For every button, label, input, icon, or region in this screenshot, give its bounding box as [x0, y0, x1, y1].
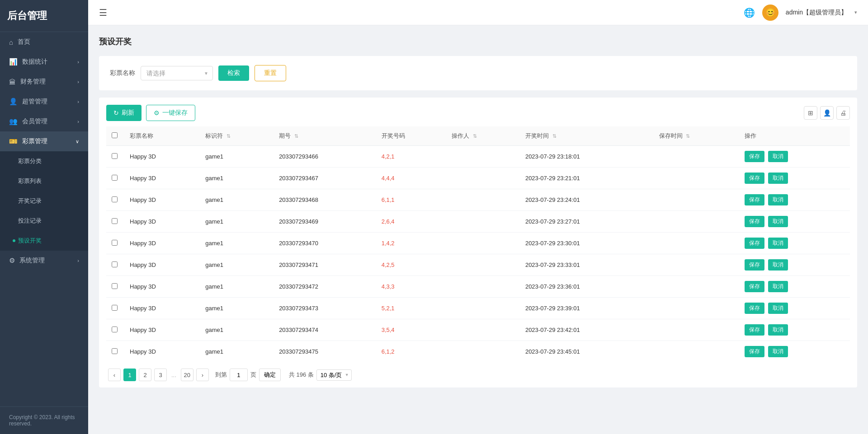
sidebar-label-lottery-list: 彩票列表 — [18, 177, 42, 185]
row-name-0: Happy 3D — [124, 146, 200, 168]
save-row-btn-6[interactable]: 保存 — [745, 281, 764, 292]
sidebar-item-preset-draw[interactable]: 预设开奖 — [0, 231, 88, 251]
pagination: ‹ 1 2 3 ... 20 › 到第 页 确定 共 196 条 10 条/页 … — [106, 362, 850, 384]
sidebar-item-finance[interactable]: 🏛 财务管理 › — [0, 72, 88, 92]
row-checkbox-7[interactable] — [112, 305, 118, 311]
sidebar-item-member[interactable]: 👥 会员管理 › — [0, 112, 88, 131]
save-all-label: 一键保存 — [162, 109, 188, 117]
save-row-btn-7[interactable]: 保存 — [745, 303, 764, 314]
sidebar-item-system[interactable]: ⚙ 系统管理 › — [0, 251, 88, 271]
row-draw-time-5: 2023-07-29 23:33:01 — [520, 254, 654, 276]
sort-icon-save-time[interactable]: ⇅ — [686, 133, 690, 139]
row-draw-code-6: 4,3,3 — [376, 276, 446, 298]
reset-button[interactable]: 重置 — [255, 65, 286, 81]
sidebar-item-lottery[interactable]: 🎫 彩票管理 ∨ — [0, 131, 88, 151]
row-checkbox-8[interactable] — [112, 327, 118, 332]
row-checkbox-cell — [106, 211, 124, 233]
row-draw-time-8: 2023-07-29 23:42:01 — [520, 319, 654, 341]
page-btn-1[interactable]: 1 — [123, 369, 136, 381]
cancel-row-btn-9[interactable]: 取消 — [768, 346, 788, 357]
row-checkbox-5[interactable] — [112, 261, 118, 267]
sidebar-item-home[interactable]: ⌂ 首页 — [0, 32, 88, 52]
columns-toggle-button[interactable]: ⊞ — [804, 106, 817, 120]
row-save-time-0 — [654, 146, 739, 168]
goto-confirm-button[interactable]: 确定 — [259, 369, 281, 381]
save-row-btn-1[interactable]: 保存 — [745, 173, 764, 184]
sidebar-label-member: 会员管理 — [22, 117, 47, 126]
save-row-btn-8[interactable]: 保存 — [745, 324, 764, 336]
table-row: Happy 3D game1 203307293474 3,5,4 2023-0… — [106, 319, 850, 341]
page-btn-3[interactable]: 3 — [154, 369, 167, 381]
page-btn-20[interactable]: 20 — [181, 369, 193, 381]
cancel-row-btn-8[interactable]: 取消 — [768, 324, 788, 336]
th-name: 彩票名称 — [124, 126, 200, 146]
th-draw-code: 开奖号码 — [376, 126, 446, 146]
sidebar-item-draw-records[interactable]: 开奖记录 — [0, 191, 88, 211]
page-prev-button[interactable]: ‹ — [108, 369, 121, 381]
save-row-btn-3[interactable]: 保存 — [745, 216, 764, 227]
cancel-row-btn-3[interactable]: 取消 — [768, 216, 788, 227]
save-row-btn-4[interactable]: 保存 — [745, 238, 764, 249]
sidebar-label-finance: 财务管理 — [20, 78, 46, 86]
row-draw-code-1: 4,4,4 — [376, 168, 446, 189]
th-operator: 操作人 ⇅ — [446, 126, 520, 146]
sort-icon-tag[interactable]: ⇅ — [226, 133, 231, 139]
cancel-row-btn-4[interactable]: 取消 — [768, 238, 788, 249]
row-operator-1 — [446, 168, 520, 189]
sidebar-item-bet-records[interactable]: 投注记录 — [0, 211, 88, 231]
row-checkbox-6[interactable] — [112, 283, 118, 289]
row-checkbox-9[interactable] — [112, 348, 118, 354]
header-right: 🌐 😊 admin【超级管理员】 ▾ — [744, 5, 857, 21]
cancel-row-btn-2[interactable]: 取消 — [768, 194, 788, 205]
sidebar-label-draw-records: 开奖记录 — [18, 197, 42, 205]
print-button[interactable]: 🖨 — [836, 106, 850, 120]
save-row-btn-9[interactable]: 保存 — [745, 346, 764, 357]
export-button[interactable]: 👤 — [820, 106, 834, 120]
row-draw-time-1: 2023-07-29 23:21:01 — [520, 168, 654, 189]
save-all-button[interactable]: ⚙ 一键保存 — [146, 105, 195, 121]
save-row-btn-5[interactable]: 保存 — [745, 259, 764, 271]
cancel-row-btn-0[interactable]: 取消 — [768, 151, 788, 162]
row-checkbox-2[interactable] — [112, 196, 118, 202]
gear-icon: ⚙ — [9, 257, 15, 265]
sidebar-item-super-admin[interactable]: 👤 超管管理 › — [0, 92, 88, 112]
per-page-select[interactable]: 10 条/页 20 条/页 50 条/页 — [316, 369, 352, 381]
save-row-btn-2[interactable]: 保存 — [745, 194, 764, 205]
sidebar-item-lottery-list[interactable]: 彩票列表 — [0, 171, 88, 191]
table-row: Happy 3D game1 203307293473 5,2,1 2023-0… — [106, 298, 850, 319]
cancel-row-btn-1[interactable]: 取消 — [768, 173, 788, 184]
row-checkbox-3[interactable] — [112, 218, 118, 224]
sort-icon-period[interactable]: ⇅ — [294, 133, 298, 139]
row-checkbox-1[interactable] — [112, 175, 118, 181]
sort-icon-draw-time[interactable]: ⇅ — [552, 133, 557, 139]
table-row: Happy 3D game1 203307293472 4,3,3 2023-0… — [106, 276, 850, 298]
toolbar-right: ⊞ 👤 🖨 — [804, 106, 850, 120]
user-name[interactable]: admin【超级管理员】 — [786, 9, 847, 17]
user-dropdown-arrow[interactable]: ▾ — [854, 9, 857, 15]
row-period-7: 203307293473 — [274, 298, 376, 319]
lottery-name-select[interactable]: 请选择 — [141, 66, 213, 80]
row-checkbox-0[interactable] — [112, 153, 118, 159]
page-next-button[interactable]: › — [196, 369, 209, 381]
save-row-btn-0[interactable]: 保存 — [745, 151, 764, 162]
cancel-row-btn-5[interactable]: 取消 — [768, 259, 788, 271]
sort-icon-operator[interactable]: ⇅ — [473, 133, 477, 139]
sidebar-item-data-stats[interactable]: 📊 数据统计 › — [0, 52, 88, 72]
sidebar-label-super-admin: 超管管理 — [22, 98, 47, 106]
page-btn-2[interactable]: 2 — [139, 369, 151, 381]
row-checkbox-4[interactable] — [112, 240, 118, 246]
refresh-button[interactable]: ↻ 刷新 — [106, 105, 142, 121]
row-save-time-7 — [654, 298, 739, 319]
cancel-row-btn-6[interactable]: 取消 — [768, 281, 788, 292]
hamburger-button[interactable]: ☰ — [99, 7, 107, 18]
select-all-checkbox[interactable] — [112, 132, 118, 138]
cancel-row-btn-7[interactable]: 取消 — [768, 303, 788, 314]
sidebar-item-lottery-category[interactable]: 彩票分类 — [0, 151, 88, 171]
goto-input[interactable] — [230, 369, 248, 381]
language-icon[interactable]: 🌐 — [744, 7, 755, 18]
row-draw-time-9: 2023-07-29 23:45:01 — [520, 341, 654, 363]
search-button[interactable]: 检索 — [218, 65, 249, 81]
row-draw-code-4: 1,4,2 — [376, 233, 446, 254]
sidebar-label-preset-draw: 预设开奖 — [18, 237, 42, 245]
row-checkbox-cell — [106, 319, 124, 341]
